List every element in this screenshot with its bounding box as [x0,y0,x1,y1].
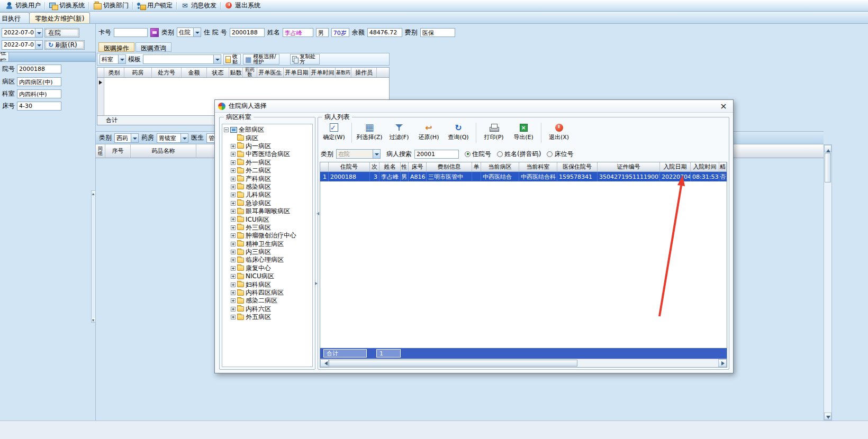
card-no-input[interactable] [114,28,148,37]
patient-row-selected[interactable]: 1 2000188 3 李占峰 男 A816 三明市医管中 中西医结合 中西医结… [320,172,727,181]
tree-node-all-wards[interactable]: 全部病区 [222,126,312,134]
chevron-down-icon[interactable] [193,28,201,36]
tree-node-ward[interactable]: 妇科病区 [222,280,312,288]
expand-icon[interactable] [231,152,236,157]
radio-off-icon[interactable] [497,151,503,157]
filter-button[interactable]: 过滤(F) [385,122,413,144]
menu-switch-system[interactable]: 切换系统 [46,1,88,11]
menu-switch-dept[interactable]: 切换部门 [90,1,132,11]
expand-icon[interactable] [231,201,236,206]
menu-user-lock[interactable]: 用户锁定 [134,1,176,11]
patient-type-combo[interactable]: 住院 [177,28,201,37]
tree-node-ward[interactable]: 肿瘤微创治疗中心 [222,232,312,240]
pharmacy-combo[interactable]: 胃镜室 [157,133,188,143]
patient-search-input[interactable] [414,150,459,159]
receive-sticker-button[interactable]: 收贴 [223,54,241,65]
dept-value[interactable]: 内四科(中) [17,89,61,98]
chevron-down-icon[interactable] [35,41,42,49]
tree-node-ward[interactable]: 外一病区 [222,159,312,167]
expand-icon[interactable] [231,290,236,295]
scroll-left-icon[interactable] [320,359,329,367]
scrollbar-thumb[interactable] [329,360,577,367]
close-icon[interactable]: × [717,101,730,112]
restore-button[interactable]: ↩ 还原(H) [414,122,443,144]
tree-node-ward[interactable]: 内科四区病区 [222,289,312,297]
collapse-icon[interactable] [224,127,229,132]
tree-node-ward[interactable]: 内科六区 [222,305,312,313]
radio-bed-no[interactable]: 床位号 [547,150,573,159]
expand-icon[interactable] [231,177,236,181]
tree-node-ward[interactable]: NICU病区 [222,272,312,280]
query-button[interactable]: ↻ 查询(Q) [444,122,473,144]
patient-name-value[interactable]: 李占峰 [283,28,313,37]
side-tab-inpatient[interactable]: 在院 [0,52,9,62]
tree-node-ward[interactable]: 精神卫生病区 [222,240,312,248]
card-reader-icon[interactable] [150,28,159,37]
chevron-down-icon[interactable] [180,134,188,142]
tree-node-ward[interactable]: 外二病区 [222,167,312,175]
radio-admission-no[interactable]: 住院号 [465,150,491,159]
scroll-down-icon[interactable] [824,413,831,420]
tree-node-ward[interactable]: 感染病区 [222,183,312,191]
tree-node-ward[interactable]: 外三病区 [222,224,312,232]
admission-no-value[interactable]: 2000188 [230,28,265,37]
tab-order-operate[interactable]: 医嘱操作 [98,42,134,52]
scrollbar-thumb[interactable] [825,153,831,182]
expand-icon[interactable] [231,274,236,279]
radio-on-icon[interactable] [465,151,471,157]
print-button[interactable]: 打印(P) [480,122,508,144]
expand-icon[interactable] [231,193,236,197]
patient-list-hscrollbar[interactable] [320,359,727,367]
expand-icon[interactable] [231,233,236,238]
tree-node-ward[interactable]: 产科病区 [222,175,312,182]
expand-icon[interactable] [231,298,236,303]
dialog-titlebar[interactable]: 住院病人选择 × [215,100,733,113]
main-vertical-scrollbar[interactable] [824,144,832,420]
column-select-button[interactable]: ▦ 列选择(Z) [355,122,384,144]
tab-order-query[interactable]: 医嘱查询 [135,42,171,52]
drug-type-combo[interactable]: 西药 [114,133,139,143]
tab-project-exec[interactable]: 目执行 [0,12,30,23]
expand-icon[interactable] [231,266,236,271]
expand-icon[interactable] [231,168,236,173]
exit-button[interactable]: 退出(X) [545,122,573,144]
chevron-down-icon[interactable] [131,134,138,142]
scroll-down-icon[interactable] [92,318,95,322]
expand-icon[interactable] [231,315,236,319]
tree-node-ward[interactable]: 感染二病区 [222,297,312,305]
expand-icon[interactable] [231,242,236,246]
hospital-no-value[interactable]: 2000188 [17,65,61,74]
menu-exit-system[interactable]: 退出系统 [222,1,264,11]
tree-node-ward[interactable]: 内一病区 [222,142,312,150]
tree-node-ward[interactable]: 康复中心 [222,264,312,272]
chevron-down-icon[interactable] [118,55,125,63]
template-combo[interactable] [143,54,221,64]
chevron-down-icon[interactable] [35,29,42,37]
expand-icon[interactable] [231,144,236,149]
date-to-combo[interactable]: 2022-07-0 [2,40,43,50]
tab-prescription-maintain[interactable]: 零散处方维护(新) [29,12,90,23]
menu-messages[interactable]: ✉ 消息收发 [178,1,220,11]
date-from-combo[interactable]: 2022-07-0 [2,28,43,38]
expand-icon[interactable] [231,282,236,287]
refresh-button[interactable]: ↻ 刷新(R) [44,40,85,50]
radio-off-icon[interactable] [547,151,553,157]
expand-icon[interactable] [231,185,236,189]
expand-icon[interactable] [231,307,236,312]
expand-icon[interactable] [231,258,236,262]
expand-icon[interactable] [231,217,236,222]
tree-node-ward[interactable]: ICU病区 [222,215,312,223]
dept-template-combo[interactable]: 科室 [100,54,126,64]
tree-node-ward[interactable]: 临床心理病区 [222,256,312,264]
inpatient-filter-button[interactable]: 在院 [44,28,79,38]
confirm-button[interactable]: ✓ 确定(W) [320,122,348,144]
expand-icon[interactable] [231,160,236,165]
tree-node-ward[interactable]: 急诊病区 [222,199,312,207]
template-select-button[interactable]: ▦ 模板选择/维护 [243,54,279,65]
menu-switch-user[interactable]: 切换用户 [2,1,44,11]
patient-list-body[interactable] [320,181,727,348]
left-scrollbar[interactable] [91,190,96,323]
radio-name-pinyin[interactable]: 姓名(拼音码) [497,150,541,159]
expand-icon[interactable] [231,250,236,254]
expand-icon[interactable] [231,225,236,230]
